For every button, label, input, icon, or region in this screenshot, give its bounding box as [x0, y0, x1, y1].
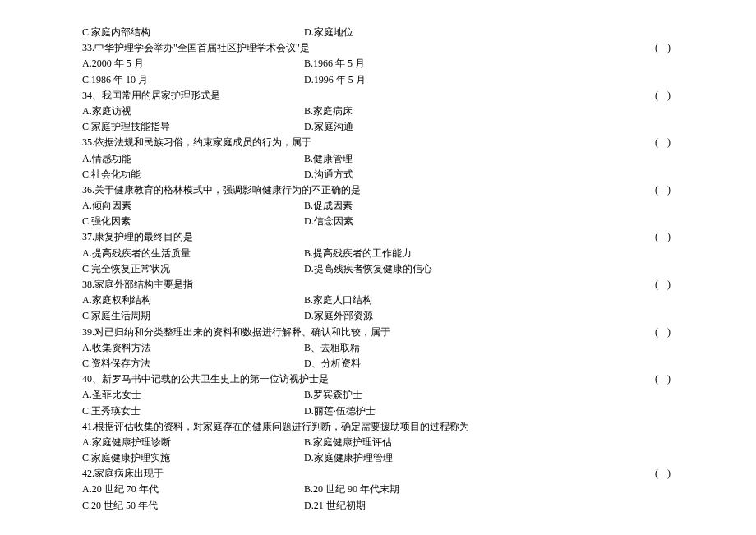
option-right: D.家庭健康护理管理 [304, 450, 674, 466]
option-left: C.完全恢复正常状况 [82, 261, 304, 277]
option-right: D.丽莲·伍德护士 [304, 404, 674, 419]
option-left: A.家庭权利结构 [82, 293, 304, 308]
text-row: C.家庭健康护理实施D.家庭健康护理管理 [82, 450, 674, 466]
option-right: D.家庭沟通 [304, 119, 674, 135]
text-row: A.情感功能B.健康管理 [82, 151, 674, 167]
option-right: B.家庭病床 [304, 104, 674, 119]
option-right: B.家庭健康护理评估 [304, 435, 674, 450]
text-row: A.提高残疾者的生活质量B.提高残疾者的工作能力 [82, 246, 674, 261]
option-left: C.家庭护理技能指导 [82, 119, 304, 135]
answer-blank: ( ) [655, 371, 674, 387]
option-right: D.1996 年 5 月 [304, 72, 674, 88]
text-row: C.社会化功能D.沟通方式 [82, 167, 674, 182]
option-right: B.罗宾森护士 [304, 387, 674, 403]
answer-blank: ( ) [655, 135, 674, 150]
text-row: A.家庭访视B.家庭病床 [82, 104, 674, 119]
text-row: 36.关于健康教育的格林模式中，强调影响健康行为的不正确的是( ) [82, 182, 674, 198]
answer-blank: ( ) [655, 40, 674, 56]
option-left: 34、我国常用的居家护理形式是 [82, 88, 220, 104]
option-left: A.2000 年 5 月 [82, 56, 304, 71]
option-right: D.提高残疾者恢复健康的信心 [304, 261, 674, 277]
text-row: C.资料保存方法D、分析资料 [82, 356, 674, 371]
text-row: 41.根据评估收集的资料，对家庭存在的健康问题进行判断，确定需要援助项目的过程称… [82, 419, 674, 435]
text-row: C.家庭生活周期D.家庭外部资源 [82, 308, 674, 324]
option-right: B.1966 年 5 月 [304, 56, 674, 71]
text-row: A.20 世纪 70 年代B.20 世纪 90 年代末期 [82, 482, 674, 497]
option-left: C.强化因素 [82, 214, 304, 229]
text-row: C.1986 年 10 月D.1996 年 5 月 [82, 72, 674, 88]
text-row: 38.家庭外部结构主要是指( ) [82, 277, 674, 293]
option-left: 36.关于健康教育的格林模式中，强调影响健康行为的不正确的是 [82, 182, 361, 198]
option-left: 35.依据法规和民族习俗，约束家庭成员的行为，属于 [82, 135, 311, 150]
text-row: A.倾向因素B.促成因素 [82, 198, 674, 214]
text-row: 40、新罗马书中记载的公共卫生史上的第一位访视护士是( ) [82, 371, 674, 387]
option-left: 41.根据评估收集的资料，对家庭存在的健康问题进行判断，确定需要援助项目的过程称… [82, 419, 469, 435]
text-row: 42.家庭病床出现于( ) [82, 466, 674, 482]
option-left: 37.康复护理的最终目的是 [82, 229, 193, 245]
option-right: B、去粗取精 [304, 340, 674, 356]
option-right: B.家庭人口结构 [304, 293, 674, 308]
option-left: A.倾向因素 [82, 198, 304, 214]
answer-blank: ( ) [655, 466, 674, 482]
option-left: C.王秀瑛女士 [82, 404, 304, 419]
option-right: D.21 世纪初期 [304, 498, 674, 514]
answer-blank: ( ) [655, 182, 674, 198]
option-left: A.20 世纪 70 年代 [82, 482, 304, 497]
option-right: D、分析资料 [304, 356, 674, 371]
text-row: 34、我国常用的居家护理形式是( ) [82, 88, 674, 104]
text-row: C.完全恢复正常状况D.提高残疾者恢复健康的信心 [82, 261, 674, 277]
option-left: 39.对已归纳和分类整理出来的资料和数据进行解释、确认和比较，属于 [82, 325, 390, 340]
text-row: 39.对已归纳和分类整理出来的资料和数据进行解释、确认和比较，属于( ) [82, 325, 674, 340]
answer-blank: ( ) [655, 229, 674, 245]
option-right: D.家庭外部资源 [304, 308, 674, 324]
option-left: C.20 世纪 50 年代 [82, 498, 304, 514]
text-row: A.圣菲比女士B.罗宾森护士 [82, 387, 674, 403]
option-right: B.提高残疾者的工作能力 [304, 246, 674, 261]
option-left: 42.家庭病床出现于 [82, 466, 164, 482]
option-left: 40、新罗马书中记载的公共卫生史上的第一位访视护士是 [82, 371, 329, 387]
text-row: 33.中华护理学会举办"全国首届社区护理学术会议"是( ) [82, 40, 674, 56]
option-left: A.收集资料方法 [82, 340, 304, 356]
option-right: B.促成因素 [304, 198, 674, 214]
text-row: A.家庭权利结构B.家庭人口结构 [82, 293, 674, 308]
option-left: C.家庭健康护理实施 [82, 450, 304, 466]
text-row: C.王秀瑛女士D.丽莲·伍德护士 [82, 404, 674, 419]
option-left: 38.家庭外部结构主要是指 [82, 277, 193, 293]
option-left: A.家庭访视 [82, 104, 304, 119]
option-left: C.1986 年 10 月 [82, 72, 304, 88]
option-left: C.资料保存方法 [82, 356, 304, 371]
option-left: 33.中华护理学会举办"全国首届社区护理学术会议"是 [82, 40, 310, 56]
option-right: B.20 世纪 90 年代末期 [304, 482, 674, 497]
text-row: A.收集资料方法B、去粗取精 [82, 340, 674, 356]
answer-blank: ( ) [655, 88, 674, 104]
option-left: C.社会化功能 [82, 167, 304, 182]
text-row: A.家庭健康护理诊断B.家庭健康护理评估 [82, 435, 674, 450]
option-left: A.家庭健康护理诊断 [82, 435, 304, 450]
option-right: B.健康管理 [304, 151, 674, 167]
option-left: A.圣菲比女士 [82, 387, 304, 403]
option-right: D.家庭地位 [304, 25, 674, 40]
option-right: D.信念因素 [304, 214, 674, 229]
answer-blank: ( ) [655, 277, 674, 293]
option-left: C.家庭内部结构 [82, 25, 304, 40]
option-left: C.家庭生活周期 [82, 308, 304, 324]
answer-blank: ( ) [655, 325, 674, 340]
option-right: D.沟通方式 [304, 167, 674, 182]
exam-content: C.家庭内部结构D.家庭地位33.中华护理学会举办"全国首届社区护理学术会议"是… [82, 25, 674, 514]
option-left: A.提高残疾者的生活质量 [82, 246, 304, 261]
text-row: A.2000 年 5 月B.1966 年 5 月 [82, 56, 674, 71]
text-row: 37.康复护理的最终目的是( ) [82, 229, 674, 245]
text-row: C.强化因素D.信念因素 [82, 214, 674, 229]
option-left: A.情感功能 [82, 151, 304, 167]
text-row: C.家庭内部结构D.家庭地位 [82, 25, 674, 40]
text-row: C.20 世纪 50 年代D.21 世纪初期 [82, 498, 674, 514]
text-row: 35.依据法规和民族习俗，约束家庭成员的行为，属于( ) [82, 135, 674, 150]
text-row: C.家庭护理技能指导D.家庭沟通 [82, 119, 674, 135]
